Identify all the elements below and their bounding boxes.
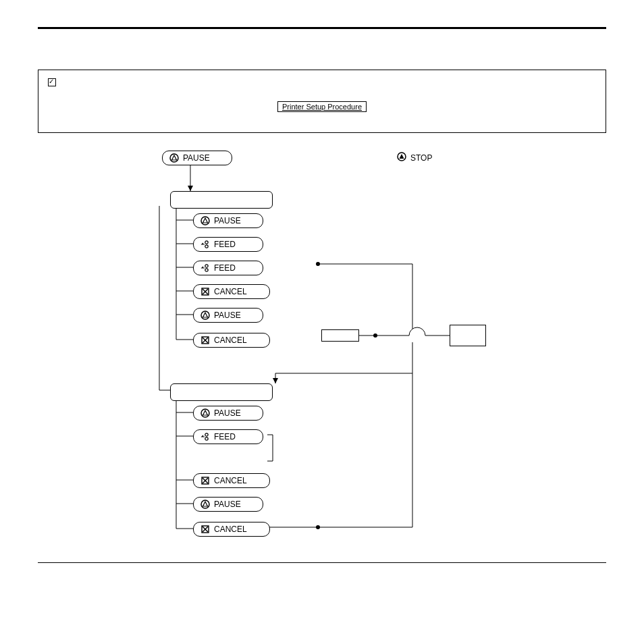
svg-marker-52 [203,410,208,415]
top-rule [38,27,606,29]
svg-marker-1 [188,186,193,191]
button-feed-2: FEED [193,261,263,275]
flow-diagram: PAUSE STOP PAUSE FEED FEED CANCEL PAUSE … [38,151,606,556]
cancel-icon [200,525,210,534]
label: PAUSE [214,500,241,509]
feed-icon [200,263,210,273]
button-pause-3: PAUSE [193,406,263,421]
button-cancel-4: CANCEL [193,522,270,537]
stage-box-2 [170,383,273,401]
svg-marker-38 [203,218,208,223]
label: FEED [214,432,236,441]
svg-marker-59 [203,502,208,506]
feed-icon [200,432,210,441]
button-feed-3: FEED [193,429,263,444]
button-pause-top: PAUSE [162,151,232,165]
procedure-link[interactable]: Printer Setup Procedure [277,101,367,112]
label: PAUSE [214,311,241,320]
cancel-icon [200,476,210,485]
pause-icon [200,216,210,225]
label: CANCEL [214,476,247,485]
button-cancel-1: CANCEL [193,284,270,299]
pause-icon [200,311,210,320]
label: PAUSE [214,216,241,225]
svg-point-39 [205,241,208,244]
stop-icon [397,152,406,163]
note-box: Printer Setup Procedure [38,70,606,133]
svg-point-54 [205,437,208,440]
button-cancel-3: CANCEL [193,473,270,488]
svg-marker-47 [203,313,208,317]
label: STOP [410,153,432,163]
pause-icon [200,500,210,509]
label: CANCEL [214,287,247,296]
button-pause-1: PAUSE [193,213,263,228]
svg-point-41 [205,265,208,267]
label: CANCEL [214,336,247,345]
svg-point-40 [205,245,208,248]
svg-marker-20 [273,378,278,383]
checkbox-icon [48,78,56,86]
cancel-icon [200,287,210,296]
cancel-icon [200,336,210,345]
button-pause-4: PAUSE [193,497,263,512]
button-pause-2: PAUSE [193,308,263,323]
button-cancel-2: CANCEL [193,333,270,348]
svg-point-53 [205,433,208,436]
pause-icon [169,153,179,163]
label: CANCEL [214,525,247,534]
svg-marker-34 [172,155,177,160]
stage-box-1 [170,191,273,209]
label: FEED [214,240,236,249]
label: FEED [214,263,236,273]
svg-point-14 [373,333,377,338]
pause-icon [200,408,210,418]
label: PAUSE [214,408,241,418]
node-box-1 [321,329,359,342]
svg-point-30 [316,525,320,529]
button-stop: STOP [397,152,432,163]
svg-marker-36 [400,154,404,159]
feed-icon [200,240,210,249]
node-box-2 [450,325,486,346]
svg-point-11 [316,262,320,266]
svg-point-42 [205,269,208,271]
button-feed-1: FEED [193,237,263,252]
label: PAUSE [183,153,210,163]
bottom-rule [38,562,606,563]
